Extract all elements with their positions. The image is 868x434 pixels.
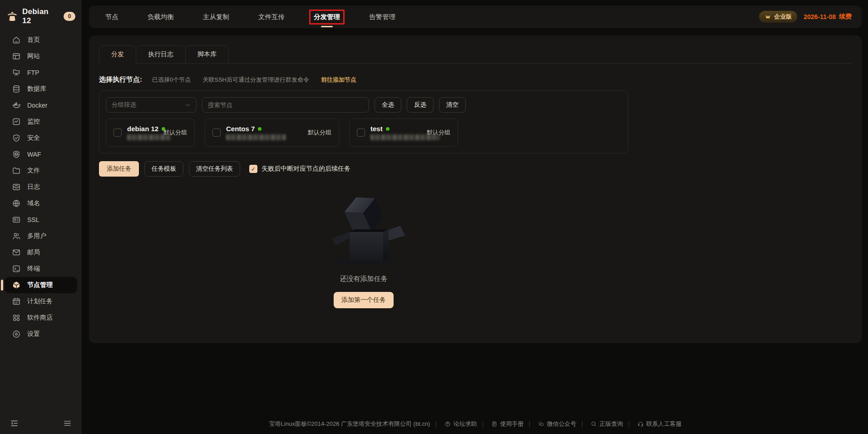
top-nav-tab-label: 负载均衡	[148, 13, 174, 20]
online-status-dot	[258, 127, 261, 131]
collapse-sidebar-icon[interactable]	[10, 419, 19, 428]
license-badge-label: 企业版	[774, 13, 792, 21]
content-tab[interactable]: 分发	[99, 45, 136, 64]
settings-icon	[12, 330, 21, 339]
search-node-input[interactable]	[202, 97, 369, 113]
top-nav-tab[interactable]: 分发管理	[309, 10, 345, 25]
home-icon	[12, 35, 21, 44]
top-nav-right: 企业版 2026-11-08 续费	[759, 11, 852, 23]
sidebar-menu-item[interactable]: 监控	[5, 113, 77, 130]
selected-count-text: 已选择0个节点	[152, 76, 191, 84]
sidebar-menu-item[interactable]: 设置	[5, 326, 77, 342]
node-checkbox[interactable]	[212, 128, 221, 137]
clear-selection-button[interactable]: 清空	[439, 97, 466, 113]
node-card[interactable]: test 默认分组	[349, 118, 458, 147]
sidebar-menu-item[interactable]: 文件	[5, 163, 77, 179]
sidebar-item-label: Docker	[27, 102, 47, 109]
content-tab[interactable]: 脚本库	[185, 45, 229, 64]
footer-link-label: 微信公众号	[547, 420, 576, 428]
empty-task-state: 还没有添加任务 添加第一个任务	[99, 190, 628, 308]
terminal-icon	[12, 264, 21, 273]
top-nav-tabs: 节点 负载均衡 主从复制 文件互传 分发管理 告警管理	[101, 10, 400, 25]
sidebar-menu-item[interactable]: FTP	[5, 64, 77, 81]
sidebar-menu-item[interactable]: WAF	[5, 146, 77, 163]
logs-icon	[12, 182, 21, 192]
sidebar-menu-item[interactable]: 终端	[5, 261, 77, 277]
footer-link[interactable]: 使用手册	[477, 420, 523, 428]
task-template-button[interactable]: 任务模板	[144, 161, 183, 177]
group-filter-select[interactable]: 分组筛选	[106, 97, 197, 113]
ftp-icon	[12, 68, 21, 77]
content-tab-label: 脚本库	[197, 50, 217, 58]
footer-link[interactable]: 正版查询	[576, 420, 623, 428]
sidebar-item-label: 监控	[27, 118, 40, 126]
add-first-task-button[interactable]: 添加第一个任务	[334, 292, 394, 308]
license-renew[interactable]: 2026-11-08 续费	[804, 13, 852, 21]
mail-icon	[12, 248, 21, 257]
footer-separator	[436, 421, 436, 427]
select-all-button[interactable]: 全选	[375, 97, 401, 113]
clear-task-list-button[interactable]: 清空任务列表	[189, 161, 240, 177]
footer-link-label: 论坛求助	[453, 420, 477, 428]
sidebar-menu-item[interactable]: 网站	[5, 48, 77, 64]
domain-icon	[12, 199, 21, 208]
verify-icon	[591, 421, 597, 427]
sidebar-item-label: FTP	[27, 69, 39, 76]
support-icon	[637, 421, 644, 427]
content-tabs: 分发 执行日志 脚本库	[99, 45, 852, 64]
sidebar-footer	[0, 414, 82, 428]
top-nav-tab[interactable]: 负载均衡	[143, 10, 178, 25]
renew-link: 续费	[839, 13, 852, 21]
top-nav-tab[interactable]: 告警管理	[365, 10, 400, 25]
node-card[interactable]: Centos 7 默认分组	[205, 118, 339, 147]
sidebar-menu-item[interactable]: 计划任务	[5, 293, 77, 310]
top-nav-tab[interactable]: 主从复制	[198, 10, 234, 25]
abort-on-fail-checkbox[interactable]	[249, 165, 257, 173]
node-name: Centos 7	[226, 125, 255, 133]
content-tab[interactable]: 执行日志	[136, 45, 186, 64]
node-checkbox[interactable]	[357, 128, 365, 137]
top-nav-tab[interactable]: 文件互传	[254, 10, 289, 25]
node-card[interactable]: debian 12 默认分组	[106, 118, 195, 147]
add-task-button[interactable]: 添加任务	[99, 161, 139, 177]
license-badge[interactable]: 企业版	[759, 11, 797, 23]
files-icon	[12, 166, 21, 175]
footer-separator	[582, 421, 582, 427]
footer-link[interactable]: 微信公众号	[523, 420, 576, 428]
monitor-icon	[12, 117, 21, 126]
notification-count-badge[interactable]: 0	[64, 12, 75, 21]
sidebar-menu-item[interactable]: 日志	[5, 179, 77, 195]
online-status-dot	[386, 127, 390, 131]
footer-link[interactable]: 联系人工客服	[623, 420, 681, 428]
sidebar-item-label: 日志	[27, 183, 40, 191]
cron-icon	[12, 297, 21, 306]
menu-list-icon[interactable]	[63, 419, 72, 428]
sidebar-item-label: 设置	[27, 330, 40, 338]
docker-icon	[12, 101, 21, 110]
invert-selection-button[interactable]: 反选	[407, 97, 434, 113]
footer-link-label: 使用手册	[500, 420, 523, 428]
node-cards: debian 12 默认分组 Centos 7	[106, 118, 621, 147]
bt-panel-logo-icon	[6, 10, 18, 22]
sidebar-menu-item[interactable]: 数据库	[5, 81, 77, 97]
go-add-node-link[interactable]: 前往添加节点	[321, 76, 356, 84]
sidebar-menu-item[interactable]: 邮局	[5, 244, 77, 261]
node-checkbox[interactable]	[113, 128, 122, 137]
sidebar-menu-item[interactable]: SSL	[5, 212, 77, 228]
node-name: debian 12	[127, 125, 158, 133]
sidebar-menu-item[interactable]: 软件商店	[5, 310, 77, 326]
sidebar-menu-item[interactable]: 首页	[5, 32, 77, 48]
sidebar-menu-item[interactable]: 节点管理	[5, 277, 77, 293]
sidebar-item-label: 节点管理	[27, 281, 53, 289]
abort-on-fail-option[interactable]: 失败后中断对应节点的后续任务	[249, 165, 350, 173]
footer-link[interactable]: 论坛求助	[430, 420, 477, 428]
top-nav-tab[interactable]: 节点	[101, 10, 123, 25]
footer-separator	[529, 421, 530, 427]
sidebar-menu-item[interactable]: 域名	[5, 195, 77, 212]
sidebar-menu-item[interactable]: 多用户	[5, 228, 77, 244]
sidebar-menu-item[interactable]: Docker	[5, 97, 77, 113]
empty-state-text: 还没有添加任务	[340, 275, 388, 283]
database-icon	[12, 84, 21, 94]
content-tab-label: 分发	[111, 50, 124, 58]
sidebar-menu-item[interactable]: 安全	[5, 130, 77, 146]
